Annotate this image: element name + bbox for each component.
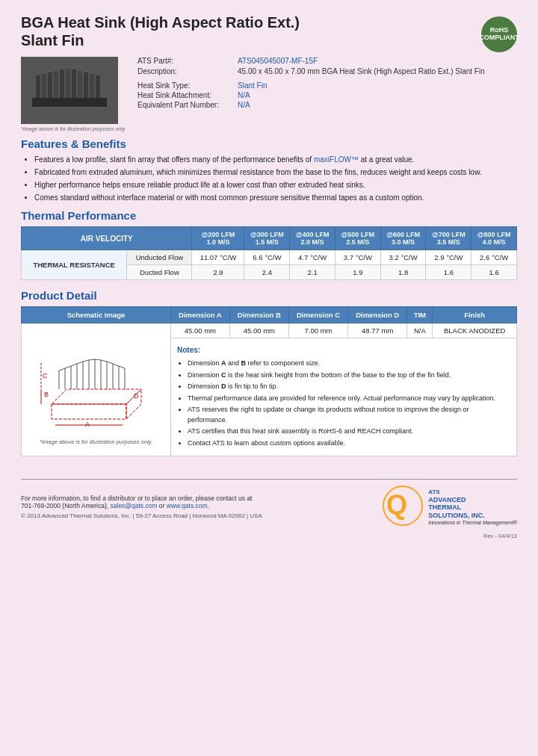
description-label: Description: [137, 67, 235, 75]
ducted-600: 1.8 [380, 265, 426, 280]
tim-value: N/A [407, 323, 433, 338]
features-section-title: Features & Benefits [21, 137, 517, 150]
dim-c-value: 7.00 mm [288, 323, 347, 338]
svg-text:B: B [44, 391, 49, 398]
note-item: Dimension A and B refer to component siz… [188, 359, 510, 369]
note-item: Dimension C is the heat sink height from… [188, 371, 510, 381]
svg-rect-0 [32, 98, 107, 107]
col-dim-b: Dimension B [229, 307, 288, 323]
svg-marker-12 [52, 389, 141, 404]
heat-sink-type-value: Slant Fin [238, 81, 267, 90]
website-link[interactable]: www.qats.com [167, 502, 208, 509]
unducted-600: 3.2 °C/W [380, 250, 426, 265]
product-image [21, 57, 118, 124]
col-500lfm: @500 LFM2.5 M/S [335, 227, 380, 250]
unducted-300: 6.6 °C/W [244, 250, 290, 265]
maxiflow-link: maxiFLOW™ [314, 155, 359, 164]
page-title: BGA Heat Sink (High Aspect Ratio Ext.) S… [21, 13, 300, 49]
col-tim: TIM [407, 307, 433, 323]
note-item: Contact ATS to learn about custom option… [188, 439, 510, 449]
col-600lfm: @600 LFM3.0 M/S [380, 227, 426, 250]
svg-rect-4 [54, 71, 58, 98]
rohs-badge: RoHSCOMPLIANT [481, 16, 517, 52]
ats-name: ATS ADVANCEDTHERMALSOLUTIONS, INC. [428, 489, 517, 520]
copyright-text: © 2013 Advanced Thermal Solutions, Inc. … [21, 512, 262, 519]
unducted-500: 3.7 °C/W [335, 250, 380, 265]
notes-title: Notes: [177, 344, 510, 356]
schematic-svg: A B C D [37, 329, 156, 434]
thermal-section-title: Thermal Performance [21, 209, 517, 222]
note-item: ATS reserves the right to update or chan… [188, 405, 510, 425]
svg-rect-7 [72, 69, 76, 98]
dim-a-value: 45.00 mm [171, 323, 230, 338]
note-item: Thermal performance data are provided fo… [188, 394, 510, 404]
ducted-500: 1.9 [335, 265, 380, 280]
unducted-700: 2.9 °C/W [426, 250, 471, 265]
schematic-caption: *Image above is for illustration purpose… [28, 439, 164, 445]
col-dim-d: Dimension D [348, 307, 407, 323]
ats-logo: Q ATS ADVANCEDTHERMALSOLUTIONS, INC. Inn… [383, 486, 517, 528]
ducted-200: 2.9 [192, 265, 244, 280]
svg-rect-6 [66, 69, 70, 98]
product-detail-title: Product Detail [21, 289, 517, 302]
air-velocity-header: AIR VELOCITY [22, 227, 192, 250]
product-detail-table: Schematic Image Dimension A Dimension B … [21, 306, 517, 456]
attachment-value: N/A [238, 91, 250, 99]
footer-divider [21, 479, 517, 480]
col-schematic: Schematic Image [22, 307, 171, 323]
unducted-200: 11.07 °C/W [192, 250, 244, 265]
part-label: ATS Part#: [137, 57, 235, 65]
image-caption: *Image above is for illustration purpose… [21, 126, 126, 131]
list-item: Features a low profile, slant fin array … [34, 155, 517, 165]
col-400lfm: @400 LFM2.0 M/S [290, 227, 336, 250]
col-700lfm: @700 LFM3.5 M/S [426, 227, 471, 250]
thermal-performance-table: AIR VELOCITY @200 LFM1.0 M/S @300 LFM1.5… [21, 226, 517, 280]
svg-text:C: C [43, 372, 48, 379]
finish-value: BLACK ANODIZED [433, 323, 517, 338]
col-finish: Finish [433, 307, 517, 323]
email-link[interactable]: sales@qats.com [111, 502, 158, 509]
svg-rect-1 [36, 75, 40, 98]
attachment-label: Heat Sink Attachment: [137, 91, 235, 99]
footer-content: For more information, to find a distribu… [21, 486, 517, 528]
note-item: Dimension D is fin tip to fin tip. [188, 382, 510, 392]
unducted-label: Unducted Flow [127, 250, 192, 265]
notes-cell: Notes: Dimension A and B refer to compon… [171, 338, 517, 456]
col-200lfm: @200 LFM1.0 M/S [192, 227, 244, 250]
col-300lfm: @300 LFM1.5 M/S [244, 227, 290, 250]
ducted-400: 2.1 [290, 265, 336, 280]
revision-text: Rev - 04/4/13 [21, 533, 517, 539]
svg-rect-3 [48, 72, 52, 98]
description-value: 45.00 x 45.00 x 7.00 mm BGA Heat Sink (H… [238, 67, 485, 75]
schematic-image-cell: A B C D *Image above is for illustration… [22, 323, 171, 456]
dim-b-value: 45.00 mm [229, 323, 288, 338]
list-item: Fabricated from extruded aluminum, which… [34, 167, 517, 178]
unducted-400: 4.7 °C/W [290, 250, 336, 265]
equiv-part-label: Equivalent Part Number: [137, 101, 235, 109]
heat-sink-type-label: Heat Sink Type: [137, 81, 235, 90]
thermal-resistance-label: THERMAL RESISTANCE [22, 250, 127, 280]
col-dim-c: Dimension C [288, 307, 347, 323]
svg-marker-13 [52, 404, 126, 419]
ats-tagline: Innovations in Thermal Management® [428, 520, 517, 525]
ducted-800: 1.6 [471, 265, 517, 280]
footer-contact-text: For more information, to find a distribu… [21, 495, 262, 509]
list-item: Higher performance helps ensure reliable… [34, 180, 517, 190]
note-item: ATS certifies that this heat sink assemb… [188, 427, 510, 437]
svg-rect-5 [60, 69, 64, 98]
features-list: Features a low profile, slant fin array … [34, 155, 517, 203]
part-number: ATS045045007-MF-15F [238, 57, 318, 65]
svg-rect-9 [84, 72, 88, 98]
col-800lfm: @800 LFM4.0 M/S [471, 227, 517, 250]
ducted-300: 2.4 [244, 265, 290, 280]
dim-d-value: 48.77 mm [348, 323, 407, 338]
svg-text:A: A [85, 421, 90, 428]
svg-text:Q: Q [386, 489, 407, 520]
svg-text:D: D [134, 392, 139, 400]
list-item: Comes standard without interface materia… [34, 193, 517, 203]
svg-rect-2 [42, 74, 46, 98]
unducted-800: 2.6 °C/W [471, 250, 517, 265]
col-dim-a: Dimension A [171, 307, 230, 323]
svg-rect-8 [78, 71, 82, 98]
ducted-700: 1.6 [426, 265, 471, 280]
